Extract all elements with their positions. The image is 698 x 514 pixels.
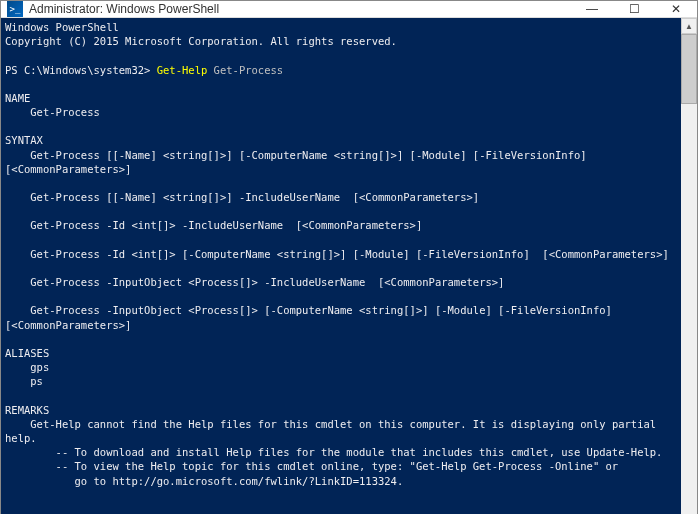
maximize-button[interactable]: ☐ <box>613 1 655 17</box>
syntax-line: Get-Process -Id <int[]> -IncludeUserName… <box>5 219 422 231</box>
terminal-container: Windows PowerShell Copyright (C) 2015 Mi… <box>1 18 697 514</box>
vertical-scrollbar[interactable]: ▲ ▼ <box>681 18 697 514</box>
scrollbar-track[interactable] <box>681 34 697 514</box>
alias-line: ps <box>5 375 43 387</box>
syntax-line: Get-Process [[-Name] <string[]>] -Includ… <box>5 191 479 203</box>
scroll-up-button[interactable]: ▲ <box>681 18 697 34</box>
command-arg: Get-Process <box>207 64 283 76</box>
command-get-help: Get-Help <box>157 64 208 76</box>
section-syntax-label: SYNTAX <box>5 134 43 146</box>
ps-header-line: Windows PowerShell <box>5 21 119 33</box>
syntax-line: Get-Process -Id <int[]> [-ComputerName <… <box>5 248 669 260</box>
close-button[interactable]: ✕ <box>655 1 697 17</box>
ps-copyright-line: Copyright (C) 2015 Microsoft Corporation… <box>5 35 397 47</box>
minimize-button[interactable]: — <box>571 1 613 17</box>
remarks-line: go to http://go.microsoft.com/fwlink/?Li… <box>5 475 403 487</box>
scrollbar-thumb[interactable] <box>681 34 697 104</box>
remarks-line: -- To view the Help topic for this cmdle… <box>5 460 618 472</box>
powershell-icon: >_ <box>7 1 23 17</box>
titlebar[interactable]: >_ Administrator: Windows PowerShell — ☐… <box>1 1 697 18</box>
alias-line: gps <box>5 361 49 373</box>
syntax-line: Get-Process [[-Name] <string[]>] [-Compu… <box>5 149 599 175</box>
window-title: Administrator: Windows PowerShell <box>29 2 571 16</box>
remarks-line: Get-Help cannot find the Help files for … <box>5 418 662 444</box>
remarks-line: -- To download and install Help files fo… <box>5 446 662 458</box>
section-remarks-label: REMARKS <box>5 404 49 416</box>
section-aliases-label: ALIASES <box>5 347 49 359</box>
window-controls: — ☐ ✕ <box>571 1 697 17</box>
syntax-line: Get-Process -InputObject <Process[]> -In… <box>5 276 504 288</box>
syntax-line: Get-Process -InputObject <Process[]> [-C… <box>5 304 625 330</box>
powershell-window: >_ Administrator: Windows PowerShell — ☐… <box>0 0 698 514</box>
terminal-output[interactable]: Windows PowerShell Copyright (C) 2015 Mi… <box>1 18 681 514</box>
section-name-value: Get-Process <box>5 106 100 118</box>
section-name-label: NAME <box>5 92 30 104</box>
prompt-prefix: PS C:\Windows\system32> <box>5 64 157 76</box>
